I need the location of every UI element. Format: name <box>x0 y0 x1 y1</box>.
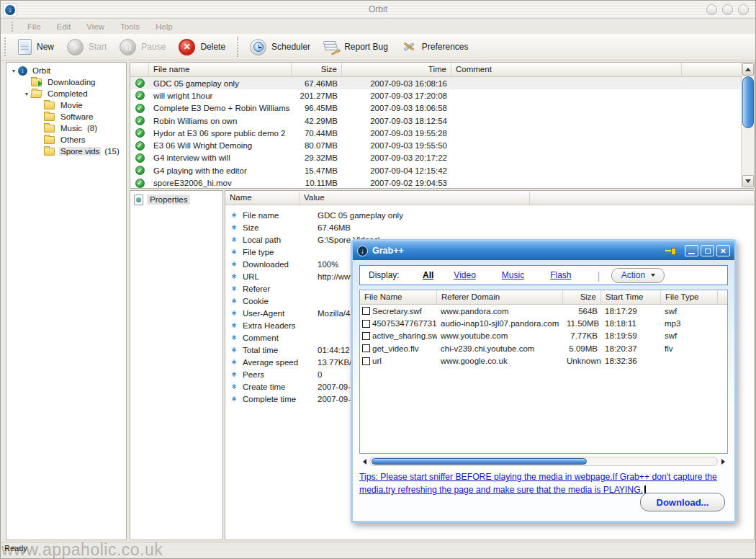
capture-list-header: File Name Referer Domain Size Start Time… <box>360 290 727 305</box>
file-row[interactable]: ✓sporeE32006_hi.mov10.11MB2007-09-02 19:… <box>130 176 741 189</box>
action-dropdown[interactable]: Action <box>611 268 665 283</box>
file-row[interactable]: ✓will wright 1hour201.27MB2007-09-03 17:… <box>130 89 741 102</box>
size-cell: Unknown <box>563 357 601 365</box>
asterisk-bullet-icon: ∗ <box>225 223 243 232</box>
scroll-up-button[interactable] <box>742 63 754 76</box>
clock-icon <box>250 39 266 55</box>
size-column-header[interactable]: Size <box>292 63 342 76</box>
file-row[interactable]: ✓Complete E3 Demo + Robin Williams a...9… <box>130 102 741 115</box>
new-button-label: New <box>37 42 54 52</box>
tree-item-movie[interactable]: Movie <box>6 99 126 111</box>
tree-item-spore-vids[interactable]: Spore vids(15) <box>6 146 126 157</box>
scrollbar-track[interactable] <box>369 457 718 466</box>
preferences-button-label: Preferences <box>422 42 469 52</box>
filter-flash[interactable]: Flash <box>550 270 571 280</box>
tree-item-orbit[interactable]: ▼ ↓ Orbit <box>6 65 126 76</box>
toolbar-drag-handle[interactable] <box>4 37 6 56</box>
file-row[interactable]: ✓G4 interview with will29.32MB2007-09-03… <box>130 152 741 164</box>
property-name: Extra Headers <box>243 321 309 330</box>
property-value: 0 <box>309 370 322 379</box>
grab-minimize-button[interactable] <box>685 245 698 256</box>
menu-help[interactable]: Help <box>148 21 181 32</box>
grab-title-bar[interactable]: ↓ Grab++ ✕ <box>353 241 734 260</box>
new-document-icon <box>18 39 32 55</box>
start-time-cell: 18:20:37 <box>601 344 661 353</box>
start-time-cell: 18:17:29 <box>601 307 661 316</box>
expander-icon[interactable]: ▼ <box>9 68 18 73</box>
grab-close-button[interactable]: ✕ <box>716 245 730 256</box>
asterisk-bullet-icon: ∗ <box>225 333 243 342</box>
properties-doc-icon <box>134 194 143 205</box>
capture-row[interactable]: Secretary.swfwww.pandora.com564B18:17:29… <box>360 305 727 317</box>
filter-all[interactable]: All <box>423 270 433 280</box>
maximize-button[interactable] <box>722 4 733 15</box>
tree-item-downloading[interactable]: Downloading <box>6 76 126 88</box>
file-row[interactable]: ✓GDC 05 gameplay only67.46MB2007-09-03 1… <box>130 77 741 89</box>
new-button[interactable]: New <box>12 36 60 58</box>
row-checkbox[interactable] <box>362 307 370 315</box>
vertical-scrollbar[interactable] <box>741 63 754 188</box>
tree-item-music[interactable]: Music(8) <box>6 122 126 134</box>
referer-cell: www.google.co.uk <box>437 357 563 365</box>
menu-file[interactable]: File <box>19 21 49 32</box>
comment-column-header[interactable]: Comment <box>451 63 682 76</box>
file-type-column-header[interactable]: File Type <box>661 290 718 304</box>
capture-row[interactable]: active_sharing.swfwww.youtube.com7.77KB1… <box>360 330 727 342</box>
filler-column-header <box>718 290 727 304</box>
capture-row[interactable]: get_video.flvchi-v239.chi.youtube.com5.0… <box>360 342 727 354</box>
scheduler-button[interactable]: Scheduler <box>243 36 317 58</box>
row-checkbox[interactable] <box>362 320 370 328</box>
scrollbar-thumb[interactable] <box>742 76 754 128</box>
expander-icon[interactable]: ▼ <box>22 91 31 97</box>
time-column-header[interactable]: Time <box>342 63 451 76</box>
row-checkbox[interactable] <box>362 332 370 340</box>
file-row[interactable]: ✓Robin Williams on own42.29MB2007-09-03 … <box>130 115 741 127</box>
menu-view[interactable]: View <box>78 21 112 32</box>
start-time-column-header[interactable]: Start Time <box>601 290 661 304</box>
name-column-header[interactable]: Name <box>225 191 300 205</box>
asterisk-bullet-icon: ∗ <box>225 370 243 379</box>
tab-properties[interactable]: Properties <box>132 193 220 206</box>
horizontal-scrollbar[interactable] <box>359 456 728 467</box>
property-name: Total time <box>243 346 309 354</box>
scroll-right-button[interactable] <box>718 456 728 467</box>
minimize-button[interactable] <box>706 4 717 15</box>
preferences-button[interactable]: Preferences <box>395 36 475 58</box>
status-column-header[interactable] <box>130 63 149 76</box>
capture-row[interactable]: 45075347767731...audio-inap10-sjl07.pand… <box>360 317 727 329</box>
download-button[interactable]: Download... <box>640 493 725 511</box>
tree-item-completed[interactable]: ▼Completed <box>6 88 126 99</box>
capture-row[interactable]: urlwww.google.co.ukUnknown18:32:36 <box>360 355 727 367</box>
file-row[interactable]: ✓E3 06 Will Wright Demoing80.07MB2007-09… <box>130 139 741 151</box>
filter-music[interactable]: Music <box>502 270 524 280</box>
size-column-header[interactable]: Size <box>563 290 601 304</box>
file-name-column-header[interactable]: File name <box>149 63 292 76</box>
scrollbar-thumb[interactable] <box>372 458 587 465</box>
asterisk-bullet-icon: ∗ <box>225 259 243 269</box>
report-bug-button[interactable]: Report Bug <box>317 36 395 58</box>
asterisk-bullet-icon: ∗ <box>225 394 243 403</box>
filter-video[interactable]: Video <box>454 270 475 280</box>
pin-icon[interactable] <box>665 246 677 255</box>
tree-item-software[interactable]: Software <box>6 111 126 122</box>
value-column-header[interactable]: Value <box>300 191 530 205</box>
menu-tools[interactable]: Tools <box>112 21 148 32</box>
property-row[interactable]: ∗Size67.46MB <box>225 221 754 233</box>
scroll-down-button[interactable] <box>742 175 754 187</box>
row-checkbox[interactable] <box>362 344 370 352</box>
grab-maximize-button[interactable] <box>701 245 714 256</box>
menu-edit[interactable]: Edit <box>49 21 79 32</box>
file-row[interactable]: ✓G4 playing with the editor15.47MB2007-0… <box>130 164 741 176</box>
menu-drag-handle[interactable] <box>12 22 14 32</box>
referer-column-header[interactable]: Referer Domain <box>437 290 563 304</box>
property-row[interactable]: ∗File nameGDC 05 gameplay only <box>225 209 754 221</box>
close-button[interactable] <box>738 4 749 15</box>
tree-item-others[interactable]: Others <box>6 134 126 146</box>
file-name-column-header[interactable]: File Name <box>360 290 437 304</box>
action-label: Action <box>621 270 645 280</box>
scroll-left-button[interactable] <box>359 456 369 467</box>
file-row[interactable]: ✓Hydor at E3 06 spore public demo 270.44… <box>130 127 741 139</box>
row-checkbox[interactable] <box>362 357 370 365</box>
file-list-header: File name Size Time Comment <box>130 63 754 77</box>
delete-button[interactable]: ✕ Delete <box>172 36 232 58</box>
